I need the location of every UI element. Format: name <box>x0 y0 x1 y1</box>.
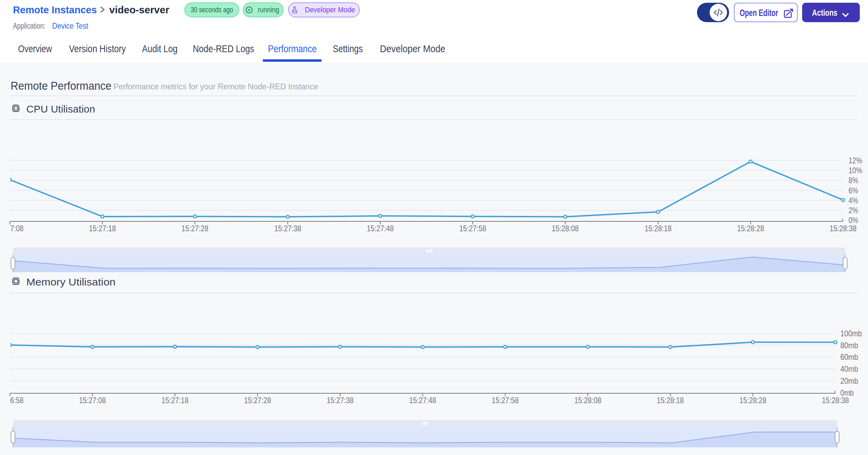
svg-text:15:27:58: 15:27:58 <box>459 224 486 233</box>
svg-text:7:08: 7:08 <box>10 224 24 233</box>
svg-text:10%: 10% <box>849 166 862 175</box>
svg-text:2%: 2% <box>849 206 858 215</box>
svg-text:80mb: 80mb <box>840 341 858 350</box>
svg-text:0mb: 0mb <box>840 388 854 397</box>
svg-text:15:27:58: 15:27:58 <box>492 396 519 405</box>
svg-text:15:27:38: 15:27:38 <box>274 224 301 233</box>
svg-text:8%: 8% <box>849 176 858 185</box>
svg-text:15:28:08: 15:28:08 <box>552 224 579 233</box>
svg-text:15:27:28: 15:27:28 <box>244 396 271 405</box>
svg-text:20mb: 20mb <box>840 376 858 385</box>
svg-text:15:28:18: 15:28:18 <box>645 224 672 233</box>
svg-text:0%: 0% <box>849 216 858 225</box>
svg-text:12%: 12% <box>849 156 862 165</box>
svg-text:100mb: 100mb <box>840 329 862 338</box>
svg-text:60mb: 60mb <box>840 352 858 362</box>
svg-text:15:28:28: 15:28:28 <box>739 396 766 405</box>
svg-text:15:27:08: 15:27:08 <box>79 396 106 405</box>
svg-text:15:27:48: 15:27:48 <box>409 396 436 405</box>
svg-text:4%: 4% <box>849 196 858 205</box>
svg-text:15:28:38: 15:28:38 <box>830 224 857 233</box>
svg-text:15:27:38: 15:27:38 <box>327 396 354 405</box>
svg-text:6:58: 6:58 <box>10 396 24 405</box>
svg-text:15:28:28: 15:28:28 <box>737 224 764 233</box>
svg-text:15:27:18: 15:27:18 <box>89 224 116 233</box>
svg-text:15:27:18: 15:27:18 <box>161 396 188 405</box>
svg-text:15:27:28: 15:27:28 <box>182 224 209 233</box>
svg-text:6%: 6% <box>849 186 858 195</box>
svg-text:15:27:48: 15:27:48 <box>367 224 394 233</box>
svg-text:15:28:18: 15:28:18 <box>657 396 684 405</box>
svg-text:40mb: 40mb <box>840 364 858 373</box>
svg-text:15:28:08: 15:28:08 <box>574 396 601 405</box>
